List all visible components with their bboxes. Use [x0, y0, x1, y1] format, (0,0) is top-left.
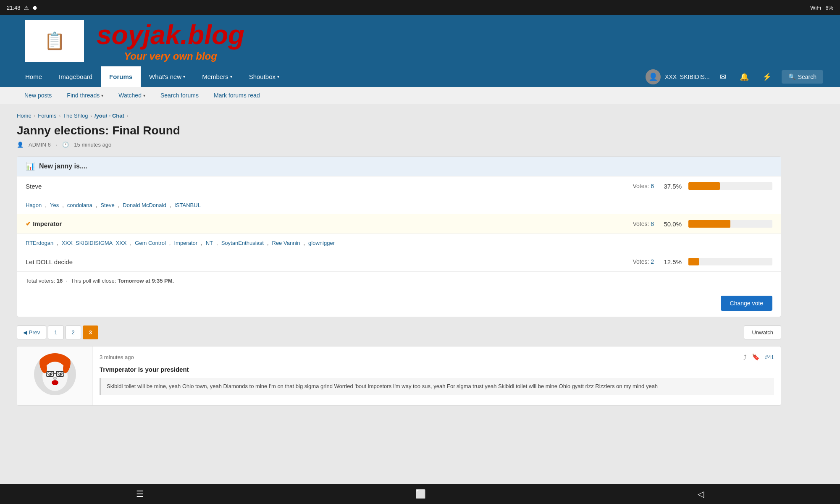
messages-icon[interactable]: ✉ — [717, 69, 730, 85]
voter-nt[interactable]: NT — [206, 240, 213, 246]
total-voters-label: Total voters: 16 — [26, 278, 63, 284]
svg-point-4 — [49, 373, 51, 375]
voter-condolana[interactable]: condolana — [67, 202, 92, 208]
nav-members[interactable]: Members ▾ — [194, 66, 241, 87]
post-header: 3 minutes ago ⤴ 🔖 #41 — [100, 353, 774, 361]
poll-option-3-votes: Votes: 2 — [633, 258, 654, 265]
main-nav: Home Imageboard Forums What's new ▾ Memb… — [0, 66, 840, 87]
clock-icon: 🕐 — [62, 142, 69, 148]
nav-shoutbox[interactable]: Shoutbox ▾ — [241, 66, 288, 87]
svg-point-6 — [53, 377, 57, 380]
nav-home[interactable]: Home — [17, 66, 50, 87]
nav-forums[interactable]: Forums — [101, 66, 141, 87]
search-button[interactable]: 🔍 Search — [782, 70, 823, 84]
breadcrumb-home[interactable]: Home — [17, 113, 32, 119]
status-left: 21:48 ⚠ ⏺ — [7, 5, 38, 11]
whats-new-dropdown-arrow: ▾ — [183, 74, 185, 79]
poll-option-1-votes: Votes: 6 — [633, 183, 654, 189]
post-main: 3 minutes ago ⤴ 🔖 #41 Trvmperator is you… — [93, 346, 781, 405]
page-2-button[interactable]: 2 — [66, 326, 81, 339]
poll-option-1-voters: Hagon, Yes, condolana, Steve, Donald McD… — [17, 196, 781, 214]
page-3-button[interactable]: 3 — [83, 326, 98, 339]
thread-author[interactable]: ADMIN 6 — [29, 142, 51, 148]
poll-option-1-stats: Votes: 6 37.5% — [633, 182, 772, 190]
bottom-nav-back[interactable]: ◁ — [698, 489, 704, 499]
voter-glow[interactable]: glownigger — [308, 240, 335, 246]
poll-option-3-pct: 12.5% — [661, 258, 682, 265]
sub-nav-new-posts[interactable]: New posts — [17, 87, 59, 104]
poll-option-1-bar — [688, 182, 720, 190]
status-right: WiFi 6% — [810, 5, 833, 11]
voter-istanbul[interactable]: ISTANBUL — [174, 202, 201, 208]
change-vote-button[interactable]: Change vote — [721, 296, 772, 311]
post-timestamp: 3 minutes ago — [100, 354, 134, 360]
svg-point-5 — [59, 373, 61, 375]
bottom-nav-bar: ☰ ⬜ ◁ — [0, 484, 840, 504]
voter-donald[interactable]: Donald McDonald — [123, 202, 166, 208]
breadcrumb-shlog[interactable]: The Shlog — [63, 113, 88, 119]
poll-option-2-voters: RTErdogan, XXX_SKIBIDISIGMA_XXX, Gem Con… — [17, 234, 781, 252]
poll-option-2-votes: Votes: 8 — [633, 220, 654, 227]
post-actions: ⤴ 🔖 #41 — [743, 353, 774, 361]
voter-soytan[interactable]: SoytanEnthusiast — [221, 240, 264, 246]
page-1-button[interactable]: 1 — [48, 326, 63, 339]
poll-option-3-bar — [688, 258, 699, 265]
voter-xxx[interactable]: XXX_SKIBIDISIGMA_XXX — [62, 240, 127, 246]
thread-meta: 👤 ADMIN 6 · 🕐 15 minutes ago — [17, 142, 781, 148]
share-icon[interactable]: ⤴ — [743, 354, 747, 361]
lightning-icon[interactable]: ⚡ — [759, 69, 775, 85]
nav-imageboard[interactable]: Imageboard — [50, 66, 101, 87]
post-sidebar — [17, 346, 93, 405]
poll-chart-icon: 📊 — [26, 162, 35, 171]
user-info: 👤 XXX_SKIBIDIS... — [646, 69, 710, 84]
banner-text: soyjak.blog Your very own blog — [97, 19, 244, 62]
poll-option-3-name[interactable]: Let DOLL decide — [26, 258, 73, 265]
unwatch-button[interactable]: Unwatch — [744, 326, 781, 339]
post-content: Trvmperator is your president — [100, 366, 774, 373]
poll-total-row: Total voters: 16 · This poll will close:… — [17, 272, 781, 290]
username[interactable]: XXX_SKIBIDIS... — [665, 74, 710, 80]
nav-right: 👤 XXX_SKIBIDIS... ✉ 🔔 ⚡ 🔍 Search — [646, 69, 823, 85]
user-avatar-icon: 👤 — [648, 72, 658, 81]
poll-option-1-name[interactable]: Steve — [26, 183, 42, 190]
voter-imperator[interactable]: Imperator — [174, 240, 197, 246]
pagination: ◀ Prev 1 2 3 — [17, 326, 98, 339]
bottom-nav-home[interactable]: ⬜ — [415, 489, 426, 499]
poll-option-2-name[interactable]: ✔ Imperator — [26, 220, 62, 228]
bookmark-icon[interactable]: 🔖 — [752, 353, 760, 361]
voter-rterdogan[interactable]: RTErdogan — [26, 240, 53, 246]
sub-nav-watched[interactable]: Watched ▾ — [111, 87, 153, 104]
watched-arrow: ▾ — [143, 93, 145, 98]
site-banner: 📋 soyjak.blog Your very own blog — [0, 15, 840, 66]
sub-nav-find-threads[interactable]: Find threads ▾ — [59, 87, 111, 104]
sub-nav-search-forums[interactable]: Search forums — [153, 87, 206, 104]
avatar-svg — [34, 353, 76, 395]
poll-option-2: ✔ Imperator Votes: 8 50.0% — [17, 214, 781, 234]
breadcrumb-sep-4: › — [127, 113, 129, 118]
user-avatar[interactable]: 👤 — [646, 69, 661, 84]
poll-option-3-stats: Votes: 2 12.5% — [633, 258, 772, 265]
prev-page-button[interactable]: ◀ Prev — [17, 326, 46, 339]
bottom-nav-menu[interactable]: ☰ — [136, 489, 144, 499]
sub-nav: New posts Find threads ▾ Watched ▾ Searc… — [0, 87, 840, 104]
voter-ree[interactable]: Ree Vannin — [272, 240, 300, 246]
voter-gem[interactable]: Gem Control — [135, 240, 166, 246]
voter-steve[interactable]: Steve — [100, 202, 114, 208]
status-bar: 21:48 ⚠ ⏺ WiFi 6% — [0, 0, 840, 15]
meta-sep: · — [56, 142, 58, 148]
poll-option-2-bar-wrap — [688, 220, 772, 228]
sub-nav-mark-read[interactable]: Mark forums read — [206, 87, 268, 104]
nav-whats-new[interactable]: What's new ▾ — [141, 66, 194, 87]
find-threads-arrow: ▾ — [101, 93, 103, 98]
site-logo: 📋 — [25, 20, 84, 62]
poll-footer: Change vote — [17, 290, 781, 317]
breadcrumb-forums[interactable]: Forums — [38, 113, 56, 119]
notifications-icon[interactable]: 🔔 — [736, 69, 752, 85]
voter-yes[interactable]: Yes — [50, 202, 59, 208]
breadcrumb: Home › Forums › The Shlog › /you/ - Chat… — [17, 113, 781, 119]
alert-icon: ⚠ — [24, 5, 29, 11]
voter-hagon[interactable]: Hagon — [26, 202, 42, 208]
thread-nav: ◀ Prev 1 2 3 Unwatch — [17, 326, 781, 339]
poll-header: 📊 New janny is.... — [17, 157, 781, 176]
poll-option-3: Let DOLL decide Votes: 2 12.5% — [17, 252, 781, 272]
